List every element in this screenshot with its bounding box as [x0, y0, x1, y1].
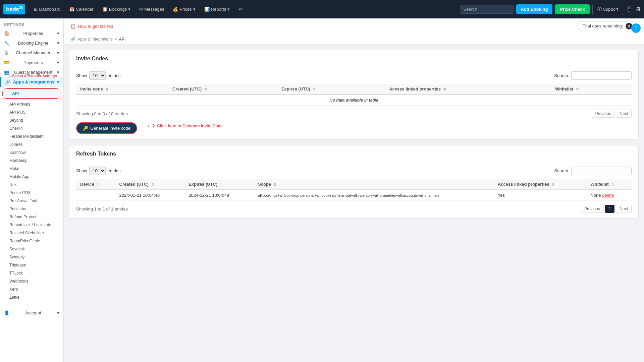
nav-messages[interactable]: ✉ Messages: [136, 5, 167, 14]
sidebar-sub-item-poster-pos[interactable]: Poster POS: [0, 189, 63, 197]
add-booking-button[interactable]: Add Booking: [516, 4, 553, 14]
refresh-tokens-search-input[interactable]: [571, 167, 632, 175]
nav-prices[interactable]: 💰 Prices ▾: [169, 5, 199, 14]
apps-integrations-icon: 🔗: [5, 79, 10, 84]
logo-sup: 24: [19, 5, 22, 10]
refresh-tokens-entries-select[interactable]: 10 25 50: [89, 167, 106, 175]
sidebar-item-guest-management[interactable]: 👥 Guest Management ▾: [0, 67, 63, 77]
sidebar-sub-item-make[interactable]: Make: [0, 165, 63, 173]
sidebar-sub-item-xero[interactable]: Xero: [0, 285, 63, 293]
table-row: 2024-01-21 10:04:48 2024-02-21 10:04:48 …: [76, 190, 632, 201]
logo[interactable]: beds24: [3, 4, 25, 14]
rt-whitelist-col-header[interactable]: Whitelist ⇅: [586, 179, 632, 190]
history-icon: ↩: [238, 7, 242, 12]
properties-expand-icon: ▾: [57, 31, 59, 36]
trial-badge: Trial days remaining: 8: [578, 21, 637, 31]
nav-dashboard[interactable]: ⊞ Dashboard: [31, 5, 64, 14]
arrow-right-icon: →: [144, 122, 151, 130]
sidebar-sub-item-mailchimp[interactable]: Mailchimp: [0, 157, 63, 165]
rt-expires-sort-icon: ⇅: [220, 183, 223, 186]
sidebar-item-payments[interactable]: 💳 Payments ▾: [0, 58, 63, 67]
invite-code-col-header[interactable]: Invite code ⇅: [76, 84, 168, 95]
sidebar-sub-item-sweeply[interactable]: Sweeply: [0, 253, 63, 261]
rt-scope-col-header[interactable]: Scope ⇅: [254, 179, 494, 190]
invite-codes-next-btn[interactable]: Next: [616, 110, 632, 118]
sidebar-sub-item-pricelabs[interactable]: Pricelabs: [0, 205, 63, 213]
rt-scope-sort-icon: ⇅: [274, 183, 276, 186]
topnav-right: Add Booking Price Check ⓘ Support 📱 🖥: [460, 4, 641, 15]
sidebar-sub-item-jomres[interactable]: Jomres: [0, 140, 63, 148]
generate-invite-code-button[interactable]: 🔑 Generate invite code: [76, 122, 137, 134]
rt-access-sort-icon: ⇅: [552, 183, 554, 186]
sidebar-settings-title: Settings: [0, 18, 63, 28]
rt-device-col-header[interactable]: Device ⇅: [76, 179, 115, 190]
sidebar-sub-item-refund-protect[interactable]: Refund Protect: [0, 213, 63, 221]
rt-created-sort-icon: ⇅: [151, 183, 154, 186]
sidebar-sub-item-chekin[interactable]: CheKin: [0, 124, 63, 132]
help-button[interactable]: ?: [631, 23, 641, 33]
sidebar-sub-item-pre-arrival-tool[interactable]: Pre-Arrival-Tool: [0, 197, 63, 205]
bookings-icon: 📋: [102, 7, 108, 12]
created-utc-col-header[interactable]: Created (UTC) ⇅: [168, 84, 277, 95]
sidebar-item-properties[interactable]: 🏠 Properties ▾: [0, 28, 63, 38]
sidebar-sub-item-kashflow[interactable]: Kashflow: [0, 148, 63, 157]
delete-token-link[interactable]: delete: [602, 193, 614, 198]
guest-management-icon: 👥: [4, 70, 9, 75]
price-check-button[interactable]: Price Check: [555, 4, 589, 14]
sidebar-sub-item-nuki[interactable]: Nuki: [0, 181, 63, 189]
how-to-get-started-link[interactable]: 📋 How to get started: [70, 24, 113, 29]
refresh-tokens-page-1-btn[interactable]: 1: [605, 205, 615, 213]
sidebar-sub-item-api[interactable]: API: [3, 89, 61, 98]
support-button[interactable]: ⓘ Support: [592, 4, 623, 15]
invite-codes-entries-select[interactable]: 10 25 50: [89, 71, 106, 80]
nav-history[interactable]: ↩: [235, 5, 246, 14]
sidebar-sub-item-rezintel[interactable]: Rezintel Sitebuilder: [0, 229, 63, 237]
expires-utc-col-header[interactable]: Expires (UTC) ⇅: [277, 84, 385, 95]
channel-manager-expand-icon: ▾: [57, 50, 59, 55]
sidebar-sub-item-ttlock[interactable]: TTLock: [0, 269, 63, 277]
sidebar-sub-item-triptease[interactable]: Triptease: [0, 261, 63, 269]
breadcrumb: 🔗 Apps & Integrations > API: [64, 34, 644, 45]
refresh-tokens-footer: Showing 1 to 1 of 1 entries Previous 1 N…: [76, 205, 632, 213]
sidebar-item-booking-engine[interactable]: 🔧 Booking Engine ▾: [0, 38, 63, 48]
invite-codes-prev-btn[interactable]: Previous: [592, 110, 615, 118]
nav-calendar[interactable]: 📅 Calendar: [66, 5, 97, 14]
rt-scope-cell: all:bookings+all:bookings-personal+all:b…: [254, 190, 494, 201]
refresh-tokens-next-btn[interactable]: Next: [616, 205, 632, 213]
sidebar-sub-item-webhooks[interactable]: Webhooks: [0, 277, 63, 285]
sidebar-sub-item-remotelock[interactable]: Remotelock / Lockstate: [0, 221, 63, 229]
sidebar-item-account[interactable]: 👤 Account ▾: [0, 308, 63, 318]
sidebar-sub-item-api-arrivals[interactable]: API Arrivals: [0, 100, 63, 108]
main-content: 📋 How to get started Trial days remainin…: [64, 18, 644, 362]
sidebar-sub-item-zettle[interactable]: Zettle: [0, 293, 63, 301]
sidebar-sub-item-beyond[interactable]: Beyond: [0, 116, 63, 124]
invite-codes-pagination: Previous Next: [592, 110, 632, 118]
sidebar-sub-item-api-pos[interactable]: API POS: [0, 108, 63, 116]
access-linked-col-header[interactable]: Access linked properties ⇅: [385, 84, 551, 95]
rt-access-col-header[interactable]: Access linked properties ⇅: [494, 179, 587, 190]
sidebar-item-channel-manager[interactable]: 📡 Channel Manager ▾: [0, 48, 63, 58]
booking-engine-expand-icon: ▾: [57, 41, 59, 46]
nav-bookings[interactable]: 📋 Bookings ▾: [99, 5, 134, 14]
invite-codes-search-label: Search:: [554, 73, 569, 78]
calendar-icon: 📅: [69, 7, 74, 12]
whitelist-col-header[interactable]: Whitelist ⇅: [551, 84, 632, 95]
calendar-small-icon: 📋: [70, 24, 76, 29]
logo-text: beds24: [3, 4, 25, 14]
sidebar-sub-item-sevdesk[interactable]: Sevdesk: [0, 245, 63, 253]
invite-codes-footer: Showing 0 to 0 of 0 entries Previous Nex…: [76, 110, 632, 118]
sidebar-sub-item-roompricesgenie[interactable]: RoomPriceGenie: [0, 237, 63, 245]
sidebar-sub-item-mobile-app[interactable]: Mobile App: [0, 173, 63, 181]
nav-reports[interactable]: 📊 Reports ▾: [201, 5, 233, 14]
refresh-tokens-prev-btn[interactable]: Previous: [581, 205, 604, 213]
search-input[interactable]: [460, 5, 514, 14]
rt-created-col-header[interactable]: Created (UTC) ⇅: [115, 179, 185, 190]
rt-expires-col-header[interactable]: Expires (UTC) ⇅: [184, 179, 254, 190]
expires-utc-sort-icon: ⇅: [313, 87, 316, 91]
sidebar-sub-item-feratel[interactable]: Feratel Meldeclient: [0, 132, 63, 140]
invite-codes-search-input[interactable]: [571, 71, 632, 80]
sidebar-item-apps-integrations[interactable]: 🔗 Apps & Integrations ▾: [0, 77, 63, 87]
desktop-icon: 🖥: [635, 6, 641, 12]
invite-codes-no-data: No data available in table: [76, 95, 632, 106]
breadcrumb-apps[interactable]: Apps & Integrations: [77, 37, 113, 42]
